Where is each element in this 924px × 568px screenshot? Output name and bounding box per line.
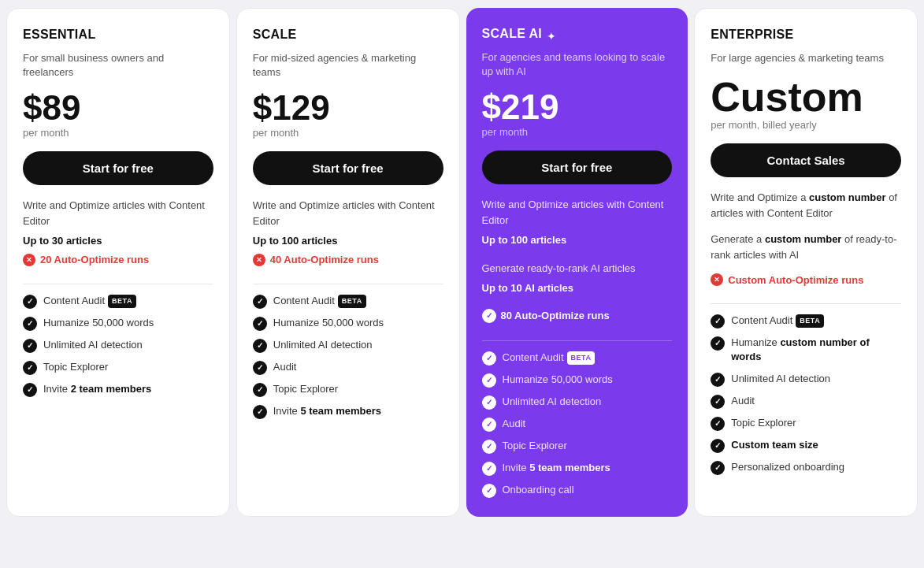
feature-label: Unlimited AI detection — [273, 338, 373, 352]
plan-name-row: SCALE AI✦ — [482, 27, 673, 46]
beta-badge: BETA — [108, 295, 136, 308]
check-icon — [253, 405, 267, 419]
plan-cta-enterprise[interactable]: Contact Sales — [711, 143, 901, 177]
feature-item: Unlimited AI detection — [253, 338, 443, 353]
check-icon — [23, 361, 37, 375]
auto-optimize-row: 80 Auto-Optimize runs — [482, 309, 673, 323]
beta-badge: BETA — [567, 351, 596, 365]
plan-price: $89 — [23, 91, 213, 125]
plan-price: $129 — [253, 91, 443, 125]
feature-item: Humanize 50,000 words — [23, 316, 213, 331]
plan-desc-2: Up to 100 articles — [482, 232, 673, 248]
plan-name-row: ESSENTIAL — [23, 28, 213, 46]
auto-optimize-row: 40 Auto-Optimize runs — [253, 254, 443, 266]
check-icon — [482, 440, 496, 454]
x-icon — [23, 254, 35, 266]
feature-label: Invite 5 team members — [503, 461, 610, 475]
feature-item: Topic Explorer — [711, 416, 901, 431]
feature-label: Audit — [503, 417, 526, 431]
plan-desc-1: Write and Optimize articles with Content… — [482, 197, 673, 228]
feature-label: Topic Explorer — [731, 416, 796, 430]
feature-label: Content AuditBETA — [503, 351, 596, 365]
feature-label: Humanize 50,000 words — [273, 316, 384, 330]
auto-optimize-row: Custom Auto-Optimize runs — [711, 273, 901, 286]
feature-item: Topic Explorer — [482, 439, 673, 454]
feature-item: Invite 5 team members — [253, 404, 443, 419]
feature-item: Personalized onboarding — [711, 460, 901, 475]
check-icon — [482, 418, 496, 432]
check-icon — [253, 317, 267, 331]
feature-label: Audit — [273, 360, 297, 374]
plan-price: $219 — [482, 90, 673, 124]
check-icon — [711, 417, 725, 431]
feature-label: Humanize custom number of words — [731, 336, 901, 364]
auto-optimize-label: Custom Auto-Optimize runs — [728, 274, 863, 286]
check-icon — [253, 295, 267, 309]
feature-item: Invite 2 team members — [23, 382, 213, 397]
check-icon — [711, 395, 725, 409]
plan-period: per month, billed yearly — [711, 119, 901, 131]
plan-name: ESSENTIAL — [23, 28, 96, 42]
plan-subtitle: For agencies and teams looking to scale … — [482, 50, 673, 79]
plan-period: per month — [23, 127, 213, 139]
plan-desc-1: Write and Optimize a custom number of ar… — [711, 190, 901, 221]
check-icon — [482, 395, 496, 410]
plan-card-essential: ESSENTIALFor small business owners and f… — [6, 8, 230, 517]
plan-subtitle: For large agencies & marketing teams — [711, 51, 901, 65]
check-icon — [711, 373, 725, 387]
check-icon — [711, 461, 725, 475]
feature-item: Onboarding call — [482, 483, 673, 498]
feature-item: Humanize 50,000 words — [253, 316, 443, 331]
feature-label: Topic Explorer — [43, 360, 108, 374]
plan-cta-essential[interactable]: Start for free — [23, 151, 213, 185]
divider — [482, 340, 673, 341]
plan-desc-2: Up to 30 articles — [23, 233, 213, 249]
plan-cta-scale_ai[interactable]: Start for free — [482, 150, 673, 184]
feature-item: Topic Explorer — [23, 360, 213, 375]
x-icon — [711, 273, 723, 286]
feature-item: Audit — [482, 417, 673, 432]
plan-desc-2: Generate a custom number of ready-to-ran… — [711, 232, 901, 262]
feature-label: Topic Explorer — [273, 382, 338, 396]
feature-label: Invite 2 team members — [43, 382, 151, 396]
feature-label: Humanize 50,000 words — [503, 373, 613, 387]
feature-label: Unlimited AI detection — [503, 395, 602, 409]
divider — [253, 284, 443, 284]
feature-item: Unlimited AI detection — [482, 395, 673, 410]
feature-item: Unlimited AI detection — [711, 372, 901, 387]
feature-label: Unlimited AI detection — [731, 372, 830, 386]
feature-label: Content AuditBETA — [43, 294, 136, 308]
plan-name: SCALE AI — [482, 27, 542, 41]
feature-item: Content AuditBETA — [482, 351, 673, 366]
check-icon — [23, 339, 37, 353]
plan-desc-3: Generate ready-to-rank AI articles — [482, 261, 673, 277]
feature-item: Humanize 50,000 words — [482, 373, 673, 388]
auto-optimize-row: 20 Auto-Optimize runs — [23, 254, 213, 266]
plan-cta-scale[interactable]: Start for free — [253, 151, 443, 185]
feature-label: Custom team size — [731, 438, 818, 452]
plans-container: ESSENTIALFor small business owners and f… — [6, 8, 918, 517]
plan-price: Custom — [711, 76, 901, 117]
feature-item: Content AuditBETA — [711, 314, 901, 329]
plan-card-scale: SCALEFor mid-sized agencies & marketing … — [236, 8, 460, 517]
check-icon — [482, 462, 496, 476]
feature-label: Content AuditBETA — [731, 314, 824, 328]
plan-name: SCALE — [253, 28, 297, 42]
x-icon — [253, 254, 265, 266]
feature-item: Custom team size — [711, 438, 901, 453]
check-icon — [23, 295, 37, 309]
feature-list: Content AuditBETAHumanize 50,000 wordsUn… — [482, 351, 673, 498]
plan-desc-2: Up to 100 articles — [253, 233, 443, 249]
plan-desc-1: Write and Optimize articles with Content… — [253, 198, 443, 228]
check-icon — [253, 383, 267, 397]
check-icon — [23, 383, 37, 397]
plan-name-row: ENTERPRISE — [711, 28, 901, 46]
plan-desc-4: Up to 10 AI articles — [482, 280, 673, 296]
check-icon — [253, 361, 267, 375]
feature-item: Humanize custom number of words — [711, 336, 901, 364]
feature-item: Audit — [711, 394, 901, 409]
check-icon — [711, 336, 725, 351]
auto-optimize-label: 20 Auto-Optimize runs — [40, 254, 149, 265]
check-icon — [482, 484, 496, 498]
feature-item: Topic Explorer — [253, 382, 443, 397]
